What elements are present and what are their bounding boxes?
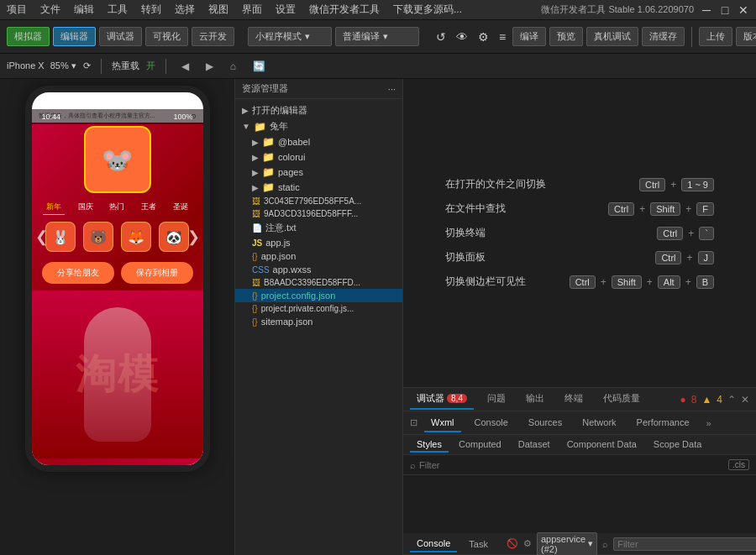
cloud-button[interactable]: 云开发 [192, 27, 234, 46]
devtools-tab-issues[interactable]: 问题 [480, 389, 512, 410]
nav-back-button[interactable]: ◀ [176, 59, 194, 74]
file-appjson[interactable]: {} app.json [235, 249, 402, 263]
open-editors-header[interactable]: ▶ 打开的编辑器 [235, 102, 402, 118]
file-img3[interactable]: 🖼 B8AADC3396ED58FFD... [235, 276, 402, 289]
console-block-icon[interactable]: 🚫 [507, 538, 518, 549]
devtools-tab-icons: ● 8 ▲ 4 ⌃ ✕ [680, 394, 749, 406]
visualize-button[interactable]: 可视化 [145, 27, 188, 46]
menu-item-tools[interactable]: 工具 [108, 3, 128, 17]
file-img1[interactable]: 🖼 3C043E7796ED58FF5A... [235, 195, 402, 207]
nav-home-button[interactable]: ⌂ [225, 59, 241, 74]
maximize-button[interactable]: □ [719, 4, 731, 16]
menu-item-project[interactable]: 项目 [7, 3, 27, 17]
version-btn[interactable]: 版本管理 [736, 27, 756, 46]
simulator-button[interactable]: 模拟器 [7, 27, 50, 46]
menu-item-interface[interactable]: 界面 [242, 3, 262, 17]
styles-tab-componentdata[interactable]: Component Data [560, 437, 643, 453]
key-ctrl: Ctrl [639, 178, 665, 191]
devtools-close-icon[interactable]: ✕ [741, 394, 749, 406]
clearcache-btn[interactable]: 清缓存 [642, 27, 685, 46]
menu-item-goto[interactable]: 转到 [141, 3, 161, 17]
devtools-tab-debugger[interactable]: 调试器 8,4 [410, 389, 474, 410]
file-tree[interactable]: ▶ 打开的编辑器 ▼ 📁 兔年 ▶ 📁 @babel ▶ 📁 color [235, 99, 402, 555]
file-appwxss[interactable]: CSS app.wxss [235, 263, 402, 276]
menu-item-edit[interactable]: 编辑 [74, 3, 94, 17]
devtools-tab-output[interactable]: 输出 [519, 389, 551, 410]
preview-icon[interactable]: 👁 [453, 29, 471, 45]
filter-input[interactable] [419, 460, 725, 470]
elements-tab-console[interactable]: Console [468, 414, 515, 432]
styles-tab-dataset[interactable]: Dataset [512, 437, 557, 453]
menu-item-view[interactable]: 视图 [208, 3, 228, 17]
elements-tab-wxml[interactable]: Wxml [424, 414, 461, 432]
rotate-icon[interactable]: ⟳ [83, 60, 91, 71]
compile-dropdown[interactable]: 普通编译 ▾ [335, 27, 419, 46]
styles-tab-styles[interactable]: Styles [410, 437, 449, 453]
phone-arrow-left[interactable]: ❮ [35, 228, 48, 246]
file-img2[interactable]: 🖼 9AD3CD3196ED58FFF... [235, 207, 402, 220]
file-appjs[interactable]: JS app.js [235, 236, 402, 249]
folder-babel-label: @babel [278, 137, 310, 147]
cls-button[interactable]: .cls [728, 459, 749, 470]
settings-icon[interactable]: ≡ [496, 29, 509, 45]
file-projectprivate[interactable]: {} project.private.config.js... [235, 302, 402, 315]
phone-tab-national[interactable]: 国庆 [75, 200, 97, 215]
elements-tab-performance[interactable]: Performance [630, 414, 696, 432]
compile-icon[interactable]: ⚙ [475, 29, 492, 45]
styles-tab-scopedata[interactable]: Scope Data [647, 437, 708, 453]
more-tabs-icon[interactable]: » [706, 418, 711, 428]
mode-dropdown[interactable]: 小程序模式 ▾ [248, 27, 332, 46]
file-projectconfig[interactable]: {} project.config.json [235, 289, 402, 302]
phone-tab-hot[interactable]: 热门 [106, 200, 128, 215]
phone-tab-newyear[interactable]: 新年 [43, 200, 65, 215]
phone-icon-2[interactable]: 🐻 [83, 222, 113, 252]
devtools-minimize-icon[interactable]: ⌃ [727, 394, 736, 406]
console-settings-icon[interactable]: ⚙ [523, 538, 532, 549]
minimize-button[interactable]: ─ [701, 4, 712, 16]
phone-arrow-right[interactable]: ❯ [187, 228, 200, 246]
file-sitemap[interactable]: {} sitemap.json [235, 315, 402, 328]
elements-tab-network[interactable]: Network [575, 414, 622, 432]
styles-tab-computed[interactable]: Computed [452, 437, 508, 453]
phone-share-button[interactable]: 分享给朋友 [42, 262, 114, 284]
devtools-tab-terminal[interactable]: 终端 [558, 389, 590, 410]
console-tab-console[interactable]: Console [410, 536, 457, 552]
debugger-button[interactable]: 调试器 [99, 27, 142, 46]
hotreload-state[interactable]: 开 [146, 60, 155, 72]
phone-icon-4[interactable]: 🐼 [159, 222, 189, 252]
zoom-chevron-icon[interactable]: ▾ [71, 60, 76, 71]
close-button[interactable]: ✕ [738, 4, 749, 16]
menu-item-download[interactable]: 下载更多源码... [393, 3, 462, 17]
menu-item-select[interactable]: 选择 [175, 3, 195, 17]
toggle-inspect-icon[interactable]: ⊡ [410, 417, 417, 428]
file-txt[interactable]: 📄 注意.txt [235, 220, 402, 236]
devtools-tab-codequality[interactable]: 代码质量 [596, 389, 647, 410]
console-filter-input[interactable] [613, 537, 756, 551]
realtest-btn[interactable]: 真机调试 [586, 27, 638, 46]
compile-refresh-button[interactable]: 🔄 [248, 59, 270, 74]
nav-forward-button[interactable]: ▶ [201, 59, 218, 74]
refresh-icon[interactable]: ↺ [433, 29, 449, 45]
phone-icon-1[interactable]: 🐰 [45, 222, 76, 252]
phone-tab-king[interactable]: 王者 [138, 200, 160, 215]
console-source-dropdown[interactable]: appservice (#2) ▾ [537, 532, 597, 556]
console-filter-icon[interactable]: ⌕ [602, 539, 608, 549]
folder-babel[interactable]: ▶ 📁 @babel [235, 134, 402, 149]
menu-item-wechat[interactable]: 微信开发者工具 [309, 3, 380, 17]
compile-btn[interactable]: 编译 [512, 27, 546, 46]
root-folder[interactable]: ▼ 📁 兔年 [235, 118, 402, 134]
editor-button[interactable]: 编辑器 [53, 27, 96, 46]
preview-btn[interactable]: 预览 [549, 27, 583, 46]
phone-icon-3[interactable]: 🦊 [121, 222, 151, 252]
upload-btn[interactable]: 上传 [699, 27, 732, 46]
elements-tab-sources[interactable]: Sources [522, 414, 569, 432]
phone-tab-christmas[interactable]: 圣诞 [170, 200, 192, 215]
file-panel-menu-icon[interactable]: ··· [388, 84, 396, 94]
console-tab-task[interactable]: Task [462, 537, 495, 552]
folder-pages[interactable]: ▶ 📁 pages [235, 165, 402, 180]
folder-static[interactable]: ▶ 📁 static [235, 180, 402, 195]
phone-save-button[interactable]: 保存到相册 [121, 262, 193, 284]
menu-item-file[interactable]: 文件 [40, 3, 60, 17]
menu-item-settings[interactable]: 设置 [276, 3, 296, 17]
folder-colorui[interactable]: ▶ 📁 colorui [235, 149, 402, 165]
